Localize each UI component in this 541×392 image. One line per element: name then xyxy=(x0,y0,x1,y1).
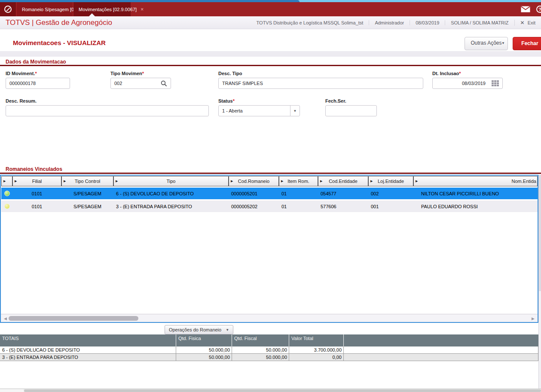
status-select[interactable]: 1 - Aberta ▼ xyxy=(218,105,300,116)
calendar-icon[interactable] xyxy=(492,80,499,87)
tipo-movimen-label: Tipo Movimen* xyxy=(110,71,144,76)
date-label: 08/03/2019 xyxy=(410,20,445,25)
totals-valor-total: 0,00 xyxy=(289,354,344,361)
status-yellow-icon xyxy=(4,204,10,209)
scrollbar-corner xyxy=(0,389,24,392)
grid-horizontal-scrollbar[interactable]: ◀ ▶ xyxy=(1,314,538,322)
scrollbar-thumb[interactable] xyxy=(24,389,541,392)
mail-icon[interactable] xyxy=(521,6,530,12)
totals-qtd-fiscal: 50.000,00 xyxy=(232,354,289,361)
cell-item-rom: 01 xyxy=(279,201,318,212)
scrollbar-thumb[interactable] xyxy=(9,316,138,321)
cell-item-rom: 01 xyxy=(279,188,318,199)
cell-cod-entidade: 054577 xyxy=(318,188,368,199)
romaneios-grid: ▶ ▶Filial ▶Tipo Control ▶Tipo ▶Cod.Roman… xyxy=(0,175,538,323)
desc-tipo-field-box xyxy=(218,78,423,89)
outras-acoes-button[interactable]: Outras Ações ▼ xyxy=(465,37,508,50)
chevron-down-icon: ▼ xyxy=(501,37,505,49)
cell-cod-entidade: 577606 xyxy=(318,201,368,212)
totals-table: TOTAIS Qtd. Fisica Qtd. Fiscal Valor Tot… xyxy=(0,334,538,361)
chevron-down-icon: ▼ xyxy=(226,328,229,332)
tipo-movimen-field-box xyxy=(110,78,171,89)
scroll-left-icon[interactable]: ◀ xyxy=(4,316,7,321)
dt-inclusao-input[interactable] xyxy=(433,78,492,88)
operacoes-romaneio-button[interactable]: Operações do Romaneio ▼ xyxy=(165,325,233,334)
section-title-dados: Dados da Movimentacao xyxy=(6,59,66,65)
cell-loj-entidade: 001 xyxy=(368,201,413,212)
desc-resum-input[interactable] xyxy=(6,106,208,116)
chevron-down-icon[interactable]: ▼ xyxy=(290,106,300,116)
fech-ser-field-box xyxy=(325,105,377,116)
section-rule xyxy=(0,173,541,174)
id-moviment-label: ID Moviment.* xyxy=(6,71,37,76)
totals-row: 3 - (E) ENTRADA PARA DEPOSITO 50.000,00 … xyxy=(0,354,538,361)
totals-valor-total: 3.700.000,00 xyxy=(289,346,344,354)
status-selected-value: 1 - Aberta xyxy=(219,108,290,113)
app-menu-button[interactable] xyxy=(0,2,16,16)
column-arrow-icon: ▶ xyxy=(15,179,17,183)
grid-header-row: ▶ ▶Filial ▶Tipo Control ▶Tipo ▶Cod.Roman… xyxy=(1,176,538,186)
exit-button[interactable]: ✕ Exit xyxy=(514,20,541,26)
fech-ser-input[interactable] xyxy=(326,106,376,116)
cell-filial: 0101 xyxy=(12,201,61,212)
totals-header-fisica: Qtd. Fisica xyxy=(176,334,232,346)
totals-row: 6 - (S) DEVOLUCAO DE DEPOSITO 50.000,00 … xyxy=(0,346,538,354)
page-horizontal-scrollbar[interactable] xyxy=(0,389,541,392)
cell-cod-romaneio: 0000005202 xyxy=(229,201,279,212)
column-arrow-icon: ▶ xyxy=(231,179,233,183)
close-icon[interactable]: × xyxy=(141,7,144,12)
grid-header-nom-entidade[interactable]: ▶Nom.Entida xyxy=(413,176,538,186)
column-arrow-icon: ▶ xyxy=(370,179,373,183)
totals-label: 3 - (E) ENTRADA PARA DEPOSITO xyxy=(0,354,176,361)
grid-header-filial[interactable]: ▶Filial xyxy=(12,176,61,186)
grid-header-cod-romaneio[interactable]: ▶Cod.Romaneio xyxy=(229,176,279,186)
table-row[interactable]: 0101 S/PESAGEM 6 - (S) DEVOLUCAO DE DEPO… xyxy=(1,188,538,199)
column-arrow-icon: ▶ xyxy=(116,179,118,183)
cell-tipo-control: S/PESAGEM xyxy=(61,188,113,199)
totals-header-totais: TOTAIS xyxy=(0,334,176,346)
grid-header-item-rom[interactable]: ▶Item Rom. xyxy=(279,176,318,186)
page-vertical-scrollbar[interactable] xyxy=(538,175,541,389)
help-icon[interactable]: ? xyxy=(536,6,541,13)
dt-inclusao-field-box xyxy=(432,78,503,89)
scroll-right-icon[interactable]: ▶ xyxy=(532,316,535,321)
totals-qtd-fisica: 50.000,00 xyxy=(176,346,232,354)
grid-header-tipo-control[interactable]: ▶Tipo Control xyxy=(61,176,113,186)
tab-movimentacoes-active[interactable]: Movimentações [02.9.0067] × xyxy=(73,2,131,16)
cell-cod-romaneio: 0000005201 xyxy=(229,188,279,199)
cell-tipo: 3 - (E) ENTRADA PARA DEPOSITO xyxy=(113,201,229,212)
table-row[interactable]: 0101 S/PESAGEM 3 - (E) ENTRADA PARA DEPO… xyxy=(1,201,538,212)
tab-romaneio-spesagem[interactable]: Romaneio S/pesagem [02.9.0067] × xyxy=(17,2,73,16)
cell-tipo-control: S/PESAGEM xyxy=(61,201,113,212)
grid-header-cod-entidade[interactable]: ▶Cod.Entidade xyxy=(318,176,368,186)
grid-header-loj-entidade[interactable]: ▶Loj.Entidade xyxy=(368,176,413,186)
title-divider-band xyxy=(0,51,541,57)
grid-header-expander[interactable]: ▶ xyxy=(1,176,12,186)
active-tab-notch xyxy=(89,13,95,16)
cell-filial: 0101 xyxy=(12,188,61,199)
cell-nom-entidade: PAULO EDUARDO ROSSI xyxy=(413,201,538,212)
environment-label: TOTVS Distribuição e Logística MSSQL Sol… xyxy=(251,20,369,25)
column-arrow-icon: ▶ xyxy=(320,179,322,183)
totals-header-valor: Valor Total xyxy=(289,334,344,346)
company-label: SOLIMA / SOLIMA MATRIZ xyxy=(445,20,514,25)
totals-qtd-fiscal: 50.000,00 xyxy=(232,346,289,354)
app-header: TOTVS | Gestão de Agronegócio TOTVS Dist… xyxy=(0,16,541,29)
search-icon[interactable] xyxy=(161,80,167,87)
scrollbar-thumb[interactable] xyxy=(539,175,541,291)
tab-bar: Romaneio S/pesagem [02.9.0067] × Movimen… xyxy=(0,2,541,16)
id-moviment-field-box xyxy=(6,78,70,89)
dt-inclusao-label: Dt. Inclusao* xyxy=(432,71,461,76)
tipo-movimen-input[interactable] xyxy=(111,78,161,88)
exit-x-icon: ✕ xyxy=(520,20,525,26)
section-rule xyxy=(0,65,541,66)
totvs-logo-icon xyxy=(4,6,12,13)
totals-label: 6 - (S) DEVOLUCAO DE DEPOSITO xyxy=(0,346,176,354)
tab-label: Movimentações [02.9.0067] xyxy=(79,7,137,12)
id-moviment-input[interactable] xyxy=(6,78,70,88)
desc-resum-field-box xyxy=(6,105,209,116)
cell-nom-entidade: NILTON CESAR PICCIRILLI BUENO xyxy=(413,188,538,199)
grid-header-tipo[interactable]: ▶Tipo xyxy=(113,176,229,186)
fechar-button[interactable]: Fechar xyxy=(513,37,541,50)
desc-tipo-input[interactable] xyxy=(219,78,423,88)
